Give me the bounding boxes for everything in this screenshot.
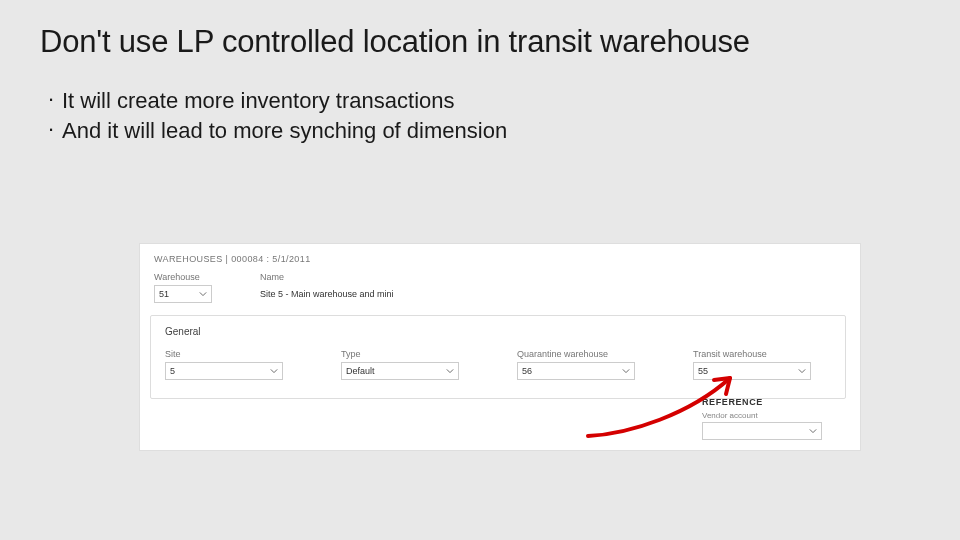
breadcrumb: WAREHOUSES | 000084 : 5/1/2011 xyxy=(140,244,860,268)
transit-field: Transit warehouse 55 xyxy=(693,349,811,380)
chevron-down-icon xyxy=(622,367,630,375)
chevron-down-icon xyxy=(446,367,454,375)
transit-input[interactable]: 55 xyxy=(693,362,811,380)
bullet-list: It will create more inventory transactio… xyxy=(40,86,920,145)
quarantine-field: Quarantine warehouse 56 xyxy=(517,349,635,380)
bullet-item: And it will lead to more synching of dim… xyxy=(48,116,920,146)
type-value: Default xyxy=(346,366,375,376)
type-input[interactable]: Default xyxy=(341,362,459,380)
chevron-down-icon xyxy=(809,427,817,435)
chevron-down-icon xyxy=(199,290,207,298)
name-value: Site 5 - Main warehouse and mini xyxy=(260,285,448,303)
type-field: Type Default xyxy=(341,349,459,380)
card-grid: Site 5 Type Default Quarantine warehouse… xyxy=(165,349,831,380)
reference-heading: REFERENCE xyxy=(702,397,832,407)
vendor-account-input[interactable] xyxy=(702,422,822,440)
card-title: General xyxy=(165,326,831,337)
site-input[interactable]: 5 xyxy=(165,362,283,380)
chevron-down-icon xyxy=(798,367,806,375)
name-field: Name Site 5 - Main warehouse and mini xyxy=(260,272,448,303)
general-card: General Site 5 Type Default Quarantine w… xyxy=(150,315,846,399)
transit-label: Transit warehouse xyxy=(693,349,811,359)
quarantine-label: Quarantine warehouse xyxy=(517,349,635,359)
site-value: 5 xyxy=(170,366,175,376)
vendor-account-label: Vendor account xyxy=(702,411,832,420)
embedded-screenshot: WAREHOUSES | 000084 : 5/1/2011 Warehouse… xyxy=(140,244,860,450)
warehouse-input[interactable]: 51 xyxy=(154,285,212,303)
warehouse-value: 51 xyxy=(159,289,169,299)
quarantine-value: 56 xyxy=(522,366,532,376)
bullet-item: It will create more inventory transactio… xyxy=(48,86,920,116)
name-label: Name xyxy=(260,272,448,282)
quarantine-input[interactable]: 56 xyxy=(517,362,635,380)
chevron-down-icon xyxy=(270,367,278,375)
transit-value: 55 xyxy=(698,366,708,376)
reference-block: REFERENCE Vendor account xyxy=(702,397,832,440)
site-field: Site 5 xyxy=(165,349,283,380)
slide-title: Don't use LP controlled location in tran… xyxy=(40,24,920,60)
warehouse-field: Warehouse 51 xyxy=(154,272,212,303)
warehouse-label: Warehouse xyxy=(154,272,212,282)
header-fields-row: Warehouse 51 Name Site 5 - Main warehous… xyxy=(140,268,860,315)
site-label: Site xyxy=(165,349,283,359)
type-label: Type xyxy=(341,349,459,359)
